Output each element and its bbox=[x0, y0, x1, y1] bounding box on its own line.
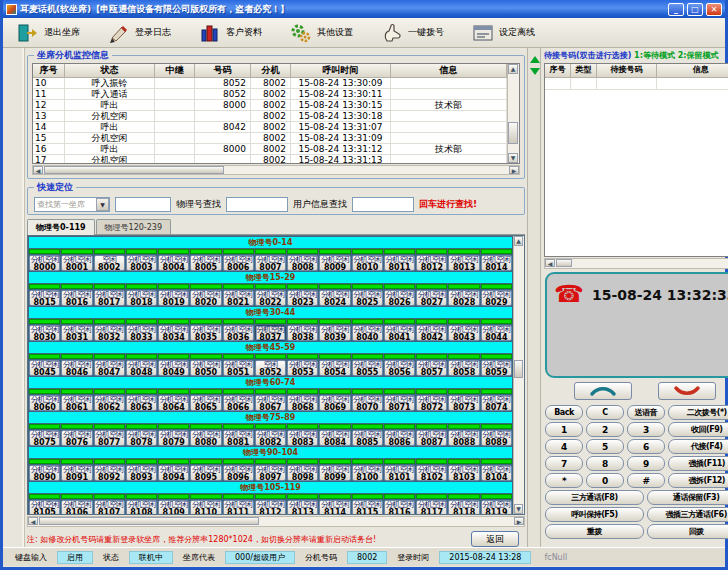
extension-button[interactable]: 分机空闲8038 bbox=[287, 325, 318, 341]
extension-button[interactable]: 分机空闲8032 bbox=[94, 325, 125, 341]
extension-button[interactable]: 分机空闲8064 bbox=[158, 395, 189, 411]
extension-button[interactable]: 分机空闲8068 bbox=[287, 395, 318, 411]
extension-button[interactable]: 分机空闲8103 bbox=[448, 465, 479, 481]
extension-button[interactable]: 分机空闲8111 bbox=[223, 500, 254, 515]
function-key[interactable]: 回拨 bbox=[647, 524, 728, 539]
function-key[interactable]: 通话保留(F3) bbox=[647, 490, 728, 505]
extension-button[interactable]: 分机空闲8077 bbox=[94, 430, 125, 446]
extension-button[interactable]: 分机空闲8115 bbox=[352, 500, 383, 515]
extension-button[interactable]: 分机空闲8014 bbox=[481, 255, 512, 271]
key-C[interactable]: C bbox=[586, 405, 624, 420]
extension-button[interactable]: 分机空闲8100 bbox=[352, 465, 383, 481]
back-button[interactable]: 返回 bbox=[471, 531, 519, 547]
extension-button[interactable]: 分机空闲8016 bbox=[61, 290, 92, 306]
scroll-down-icon[interactable]: ▼ bbox=[508, 153, 518, 163]
extension-button[interactable]: 分机空闲8094 bbox=[158, 465, 189, 481]
extension-button[interactable]: 分机空闲8006 bbox=[223, 255, 254, 271]
key-3[interactable]: 3 bbox=[627, 422, 665, 437]
extension-button[interactable]: 分机空闲8073 bbox=[448, 395, 479, 411]
extension-button[interactable]: 分机空闲8027 bbox=[416, 290, 447, 306]
extension-button[interactable]: 分机空闲8082 bbox=[255, 430, 286, 446]
scroll-thumb[interactable] bbox=[556, 259, 572, 267]
extension-button[interactable]: 空闲8052 bbox=[255, 360, 286, 376]
extension-button[interactable]: 分机空闲8069 bbox=[319, 395, 350, 411]
extension-button[interactable]: 分机空闲8061 bbox=[61, 395, 92, 411]
extension-button[interactable]: 分机空闲8003 bbox=[126, 255, 157, 271]
close-button[interactable]: ✕ bbox=[706, 3, 722, 16]
extension-button[interactable]: 分机空闲8048 bbox=[126, 360, 157, 376]
extension-button[interactable]: 分机空闲8106 bbox=[61, 500, 92, 515]
function-key[interactable]: 收回(F9) bbox=[668, 422, 728, 437]
extension-button[interactable]: 分机空闲8036 bbox=[223, 325, 254, 341]
tab-physical-120-239[interactable]: 物理号120-239 bbox=[96, 219, 171, 234]
extension-button[interactable]: 分机空闲8065 bbox=[190, 395, 221, 411]
chevron-down-icon[interactable]: ▼ bbox=[96, 198, 109, 211]
extension-button[interactable]: 分机空闲8099 bbox=[319, 465, 350, 481]
extension-button[interactable]: 分机空闲8118 bbox=[448, 500, 479, 515]
extension-button[interactable]: 分机空闲8105 bbox=[29, 500, 60, 515]
monitor-hscrollbar[interactable]: ◀ ▶ bbox=[32, 165, 520, 175]
other-settings-button[interactable]: 其他设置 bbox=[286, 20, 357, 46]
extension-button[interactable]: 分机空闲8083 bbox=[287, 430, 318, 446]
arrow-down-icon[interactable] bbox=[530, 68, 540, 75]
extension-button[interactable]: 分机空闲8108 bbox=[126, 500, 157, 515]
extension-button[interactable]: 分机空闲8116 bbox=[384, 500, 415, 515]
extension-button[interactable]: 分机空闲8010 bbox=[352, 255, 383, 271]
extension-button[interactable]: 分机空闲8071 bbox=[384, 395, 415, 411]
extension-button[interactable]: 分机空闲8028 bbox=[448, 290, 479, 306]
scroll-left-icon[interactable]: ◀ bbox=[28, 517, 38, 525]
extension-button[interactable]: 分机空闲8024 bbox=[319, 290, 350, 306]
key-1[interactable]: 1 bbox=[545, 422, 583, 437]
function-key[interactable]: 强拆(F12) bbox=[668, 473, 728, 488]
scroll-thumb[interactable] bbox=[508, 122, 518, 144]
scroll-down-icon[interactable]: ▼ bbox=[514, 504, 523, 514]
table-row[interactable]: 14呼出8042800215-08-24 13:31:07 bbox=[33, 122, 507, 133]
key-*[interactable]: * bbox=[545, 473, 583, 488]
scroll-right-icon[interactable]: ▶ bbox=[509, 166, 519, 174]
extension-button[interactable]: 分机空闲8057 bbox=[416, 360, 447, 376]
extension-button[interactable]: 分机空闲8060 bbox=[29, 395, 60, 411]
extension-button[interactable]: 分机空闲8097 bbox=[255, 465, 286, 481]
key-0[interactable]: 0 bbox=[586, 473, 624, 488]
extension-button[interactable]: 分机空闲8117 bbox=[416, 500, 447, 515]
extension-button[interactable]: 分机空闲8005 bbox=[190, 255, 221, 271]
function-key[interactable]: 三方通话(F8) bbox=[545, 490, 644, 505]
extension-button[interactable]: 分机空闲8025 bbox=[352, 290, 383, 306]
function-key[interactable]: 重拨 bbox=[545, 524, 644, 539]
extension-button[interactable]: 分机空闲8035 bbox=[190, 325, 221, 341]
extension-button[interactable]: 分机空闲8112 bbox=[255, 500, 286, 515]
extension-button[interactable]: 分机空闲8079 bbox=[158, 430, 189, 446]
maximize-button[interactable]: □ bbox=[687, 3, 703, 16]
extension-button[interactable]: 分机空闲8026 bbox=[384, 290, 415, 306]
extension-button[interactable]: 分机空闲8101 bbox=[384, 465, 415, 481]
extension-button[interactable]: 分机空闲8015 bbox=[29, 290, 60, 306]
physical-search-input[interactable] bbox=[226, 197, 288, 212]
extension-button[interactable]: 分机空闲8041 bbox=[384, 325, 415, 341]
table-row[interactable]: 15分机空闲800215-08-24 13:31:09 bbox=[33, 133, 507, 144]
extension-button[interactable]: 分机空闲8012 bbox=[416, 255, 447, 271]
extension-button[interactable]: 分机空闲8013 bbox=[448, 255, 479, 271]
extension-button[interactable]: 分机空闲8045 bbox=[29, 360, 60, 376]
extension-button[interactable]: 分机空闲8075 bbox=[29, 430, 60, 446]
extension-button[interactable]: 分机空闲8031 bbox=[61, 325, 92, 341]
waiting-table[interactable]: 序号类型待接号码信息 bbox=[544, 63, 728, 257]
key-2[interactable]: 2 bbox=[586, 422, 624, 437]
scroll-left-icon[interactable]: ◀ bbox=[545, 259, 555, 267]
extension-button[interactable]: 分机空闲8011 bbox=[384, 255, 415, 271]
extension-button[interactable]: 分机空闲8062 bbox=[94, 395, 125, 411]
extension-button[interactable]: 分机空闲8018 bbox=[126, 290, 157, 306]
extension-button[interactable]: 分机空闲8054 bbox=[319, 360, 350, 376]
extension-button[interactable]: 空闲8002 bbox=[94, 255, 125, 271]
extension-button[interactable]: 分机空闲8047 bbox=[94, 360, 125, 376]
extension-button[interactable]: 分机空闲8081 bbox=[223, 430, 254, 446]
extension-button[interactable]: 分机空闲8066 bbox=[223, 395, 254, 411]
table-row[interactable]: 10呼入振铃8052800215-08-24 13:30:09 bbox=[33, 78, 507, 89]
table-row[interactable]: 17分机空闲800215-08-24 13:31:13 bbox=[33, 155, 507, 163]
extension-button[interactable]: 分机空闲8043 bbox=[448, 325, 479, 341]
hangup-button[interactable] bbox=[658, 382, 716, 400]
quick-locate-input[interactable] bbox=[115, 197, 171, 212]
extension-button[interactable]: 分机空闲8091 bbox=[61, 465, 92, 481]
table-row[interactable]: 12呼出8000800215-08-24 13:30:15技术部 bbox=[33, 100, 507, 111]
extension-button[interactable]: 分机空闲8017 bbox=[94, 290, 125, 306]
key-9[interactable]: 9 bbox=[627, 456, 665, 471]
